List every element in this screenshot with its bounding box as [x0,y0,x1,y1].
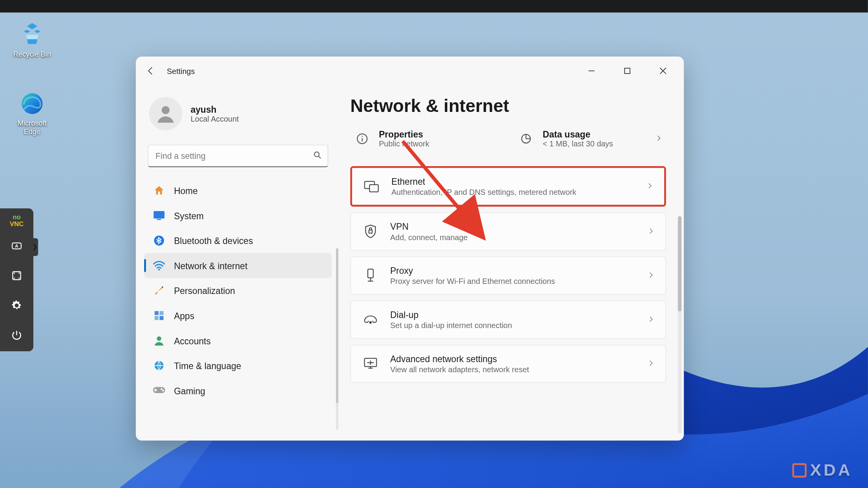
search-input[interactable] [148,145,328,167]
svg-rect-29 [368,269,373,278]
info-icon [354,131,370,147]
svg-rect-28 [369,230,372,233]
card-title: Proxy [390,266,637,276]
screenshot-top-bar [0,0,868,12]
sidebar-item-label: Personalization [174,285,235,296]
card-title: Dial-up [390,309,637,320]
svg-rect-9 [153,211,164,218]
bluetooth-icon [153,234,166,247]
avatar [149,97,182,131]
settings-card-advanced[interactable]: Advanced network settingsView all networ… [350,345,666,383]
info-subtitle: < 1 MB, last 30 days [542,139,647,148]
sidebar-item-label: Bluetooth & devices [174,235,253,246]
chevron-right-icon [655,134,662,144]
proxy-icon [362,267,379,285]
svg-point-20 [161,388,163,390]
svg-point-21 [162,390,164,392]
sidebar-item-apps[interactable]: Apps [144,303,332,328]
info-title: Data usage [542,129,647,139]
vnc-power-button[interactable] [5,324,28,347]
svg-point-7 [314,152,319,156]
settings-card-vpn[interactable]: VPNAdd, connect, manage [350,213,666,251]
vnc-expand-handle[interactable] [32,238,38,256]
settings-card-ethernet[interactable]: EthernetAuthentication, IP and DNS setti… [350,166,666,207]
dialup-icon [362,311,379,328]
data-usage-info-card[interactable]: Data usage < 1 MB, last 30 days [514,121,666,156]
info-title: Properties [379,129,499,139]
wifi-icon [153,259,166,272]
globe-icon [153,359,166,372]
window-minimize-button[interactable] [578,62,605,80]
apps-icon [153,309,166,322]
card-title: Advanced network settings [390,354,637,364]
sidebar-item-home[interactable]: Home [144,178,332,203]
vnc-settings-button[interactable] [5,294,28,317]
sidebar-item-time[interactable]: Time & language [144,353,332,378]
vnc-side-panel: no VNC A [0,208,33,351]
properties-info-card[interactable]: Properties Public network [350,121,502,156]
sidebar-item-label: System [174,210,204,220]
desktop-icon-recycle-bin[interactable]: Recycle Bin [9,21,56,58]
chevron-right-icon [648,359,654,369]
sidebar-item-label: Home [174,186,198,196]
settings-sidebar: ayush Local Account HomeSystemBluetooth … [136,85,339,441]
card-title: Ethernet [391,176,636,186]
sidebar-item-label: Time & language [174,361,241,371]
maximize-icon [624,67,631,74]
settings-search [148,145,328,167]
window-titlebar[interactable]: Settings [136,57,684,85]
person-icon [155,103,176,124]
arrow-left-icon [145,65,156,76]
chevron-right-icon [648,271,654,280]
card-subtitle: View all network adapters, network reset [390,365,637,374]
svg-point-0 [22,93,43,114]
window-close-button[interactable] [649,62,677,80]
settings-card-proxy[interactable]: ProxyProxy server for Wi-Fi and Ethernet… [350,257,666,295]
sidebar-item-accounts[interactable]: Accounts [144,328,332,353]
sidebar-item-gaming[interactable]: Gaming [144,378,332,403]
vpn-icon [362,223,379,241]
sidebar-item-label: Apps [174,311,195,321]
svg-rect-5 [625,68,630,74]
svg-rect-14 [160,311,164,315]
vnc-brand: no VNC [10,213,24,227]
sidebar-item-bluetooth[interactable]: Bluetooth & devices [144,228,332,253]
account-summary[interactable]: ayush Local Account [144,92,332,139]
settings-window: Settings ayush Local Account [136,57,684,441]
edge-icon [19,91,45,117]
page-title: Network & internet [350,96,666,116]
search-icon [313,150,322,162]
xda-watermark: XDA [792,461,852,480]
desktop-icon-microsoft-edge[interactable]: Microsoft Edge [9,91,56,136]
window-maximize-button[interactable] [613,62,641,80]
svg-rect-15 [155,316,158,320]
svg-rect-27 [370,185,379,192]
gaming-icon [153,384,166,397]
settings-main-panel: Network & internet Properties Public net… [338,85,684,441]
svg-rect-13 [155,311,158,315]
card-title: VPN [390,222,637,232]
svg-line-8 [319,156,320,158]
sidebar-item-label: Gaming [174,385,205,395]
svg-text:A: A [15,244,19,249]
advanced-icon [362,355,379,373]
svg-point-24 [362,136,363,137]
main-scrollbar[interactable] [678,216,681,433]
info-subtitle: Public network [379,139,499,148]
settings-card-dialup[interactable]: Dial-upSet up a dial-up internet connect… [350,301,666,339]
back-button[interactable] [143,63,158,79]
vnc-fullscreen-button[interactable] [5,265,28,287]
vnc-keyboard-button[interactable]: A [5,235,28,257]
brush-icon [153,284,166,297]
chevron-right-icon [646,182,653,191]
desktop-icon-label: Recycle Bin [13,50,51,58]
account-type: Local Account [191,114,239,123]
sidebar-item-network[interactable]: Network & internet [144,253,332,278]
svg-point-17 [157,336,162,341]
sidebar-item-personalization[interactable]: Personalization [144,278,332,303]
card-subtitle: Add, connect, manage [390,233,637,242]
sidebar-item-system[interactable]: System [144,203,332,228]
scrollbar-thumb[interactable] [678,216,681,311]
svg-rect-16 [160,316,164,320]
card-subtitle: Proxy server for Wi-Fi and Ethernet conn… [390,277,637,286]
